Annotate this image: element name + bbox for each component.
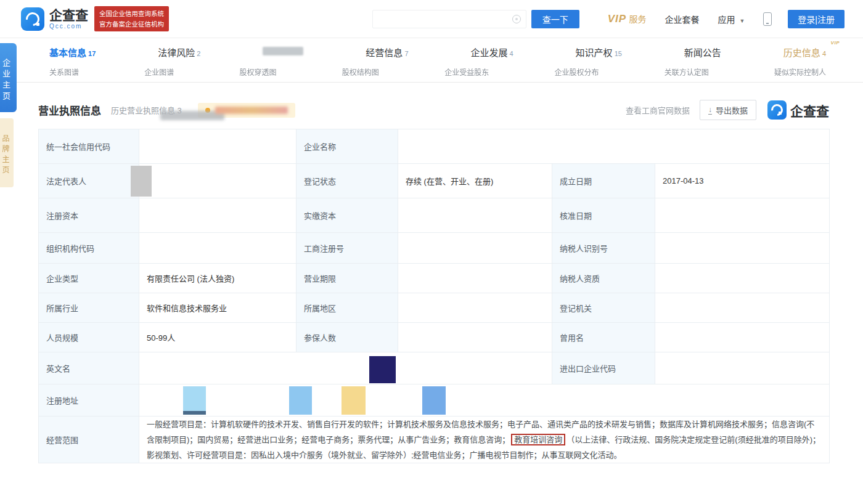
nav-sublink[interactable]: 关系图谱 (49, 67, 79, 77)
field-label: 英文名 (39, 352, 139, 384)
field-label: 工商注册号 (297, 233, 398, 264)
field-value (398, 293, 552, 323)
qcc-watermark-icon (767, 100, 787, 120)
table-row: 法定代表人登记状态存续 (在营、开业、在册)成立日期2017-04-13 (39, 164, 830, 198)
field-label: 实缴资本 (297, 198, 398, 233)
section-title: 营业执照信息 (38, 102, 101, 118)
field-value (655, 352, 830, 384)
redaction-block-bar (183, 411, 206, 415)
nav-tab[interactable]: 基本信息17 (49, 46, 96, 59)
nav-sublink[interactable]: 企业图谱 (144, 67, 174, 77)
nav-tab[interactable]: 经营信息7 (366, 46, 408, 59)
vip-service-link[interactable]: VIP 服务 (608, 12, 647, 25)
field-value (139, 164, 297, 198)
top-header: 企查查 Qcc.com 全国企业信用查询系统 官方备案企业征信机构 查一下 VI… (0, 0, 863, 38)
nav-tab-label: 经营信息 (366, 47, 403, 58)
vip-label: VIP (608, 13, 626, 25)
nav-sublink[interactable]: 关联方认定图 (665, 67, 709, 77)
table-row: 注册地址 (39, 384, 830, 417)
field-value (655, 293, 830, 323)
field-value (139, 352, 552, 384)
nav-tab[interactable]: 知识产权15 (576, 46, 622, 59)
field-value: 50-99人 (139, 323, 297, 352)
nav-tab[interactable]: 法律风险2 (158, 46, 200, 59)
field-label: 纳税人识别号 (552, 233, 655, 264)
nav-sublink[interactable]: 企业受益股东 (444, 67, 489, 77)
certification-badge: 全国企业信用查询系统 官方备案企业征信机构 (94, 6, 169, 31)
field-label: 曾用名 (552, 323, 655, 352)
nav-sublink[interactable]: 企业股权分布 (554, 67, 599, 77)
field-value (398, 264, 552, 293)
field-value: 有限责任公司 (法人独资) (139, 264, 297, 293)
menu-apps-label: 应用 (718, 15, 735, 25)
field-label: 组织机构代码 (39, 233, 139, 264)
redaction-block (183, 386, 206, 415)
nav-sublink[interactable]: 股权穿透图 (240, 67, 277, 77)
table-row: 英文名进出口企业代码 (39, 352, 830, 384)
field-value (139, 198, 297, 233)
camera-search-icon[interactable] (512, 15, 521, 23)
nav-tab-label: 基本信息 (49, 47, 86, 58)
logo-domain: Qcc.com (49, 23, 88, 30)
qcc-logo[interactable]: 企查查 Qcc.com (21, 7, 88, 31)
mobile-app-icon[interactable] (763, 12, 772, 26)
vip-label-suffix: 服务 (629, 14, 647, 24)
field-value: 存续 (在营、开业、在册) (398, 164, 552, 198)
field-value (655, 198, 830, 233)
field-label: 经营范围 (39, 417, 139, 463)
search-button[interactable]: 查一下 (531, 10, 579, 28)
qcc-logo-icon (21, 7, 44, 31)
nav-sublink[interactable]: 疑似实际控制人 (774, 67, 826, 77)
side-tab-brand-home[interactable]: 品牌主页 (0, 118, 14, 187)
side-tab-company-home[interactable]: 企业主页 (0, 43, 17, 112)
login-register-button[interactable]: 登录|注册 (788, 10, 845, 28)
field-label: 登记状态 (297, 164, 398, 198)
nav-tab[interactable]: 企业发展4 (470, 46, 513, 59)
main-content: 营业执照信息 历史营业执照信息 3 查看工商官网数据 ↓ 导出数据 企查查 统一… (38, 100, 829, 463)
business-scope-value: 一般经营项目是：计算机软硬件的技术开发、销售自行开发的软件；计算机技术服务及信息… (139, 417, 830, 463)
nav-tab-redacted[interactable] (263, 46, 303, 57)
section-header: 营业执照信息 历史营业执照信息 3 查看工商官网数据 ↓ 导出数据 企查查 (38, 100, 829, 120)
nav-tab[interactable]: 历史信息4VIP (783, 46, 826, 59)
nav-tab-count: 7 (404, 50, 408, 57)
nav-tab-label: 法律风险 (158, 47, 195, 58)
field-label: 营业期限 (297, 264, 398, 293)
field-label: 成立日期 (552, 164, 655, 198)
nav-tab[interactable]: 新闻公告 (684, 46, 721, 59)
table-row: 人员规模50-99人参保人数曾用名 (39, 323, 830, 352)
field-value (398, 198, 552, 233)
nav-tab-count: 17 (88, 50, 96, 57)
view-official-data-link[interactable]: 查看工商官网数据 (626, 104, 690, 116)
nav-tab-label: 历史信息 (783, 47, 820, 58)
scope-highlight-box: 教育培训咨询 (511, 434, 565, 445)
redaction-block (131, 166, 152, 197)
nav-sublink[interactable]: 股权结构图 (342, 67, 379, 77)
field-label: 注册资本 (39, 198, 139, 233)
field-label: 注册地址 (39, 384, 139, 417)
nav-tab-label: 新闻公告 (684, 47, 721, 58)
menu-apps[interactable]: 应用 ▼ (718, 13, 745, 25)
field-label: 统一社会信用代码 (39, 129, 139, 164)
qcc-watermark-text: 企查查 (790, 101, 829, 120)
field-label: 纳税人资质 (552, 264, 655, 293)
field-value: 2017-04-13 (655, 164, 830, 198)
menu-enterprise-packages[interactable]: 企业套餐 (665, 13, 700, 25)
nav-tab-count: 4 (510, 50, 513, 57)
nav-tab-label: 知识产权 (576, 47, 613, 58)
field-label: 所属地区 (297, 293, 398, 323)
logo-title: 企查查 (49, 9, 88, 22)
redaction-block (369, 356, 396, 383)
license-table-body: 统一社会信用代码企业名称法定代表人登记状态存续 (在营、开业、在册)成立日期20… (39, 129, 830, 463)
nav-tab-label: 企业发展 (470, 47, 507, 58)
redaction-block (422, 386, 446, 415)
table-row: 统一社会信用代码企业名称 (39, 129, 830, 164)
company-nav: 基本信息17法律风险2经营信息7企业发展4知识产权15新闻公告历史信息4VIP … (0, 38, 863, 83)
field-value (398, 323, 552, 352)
redaction-block (289, 386, 312, 415)
field-label: 核准日期 (552, 198, 655, 233)
export-data-button[interactable]: ↓ 导出数据 (700, 100, 756, 120)
nav-tabs: 基本信息17法律风险2经营信息7企业发展4知识产权15新闻公告历史信息4VIP (49, 46, 826, 59)
search-input[interactable] (372, 10, 526, 28)
field-value (655, 323, 830, 352)
nav-tab-count: 15 (615, 50, 622, 57)
